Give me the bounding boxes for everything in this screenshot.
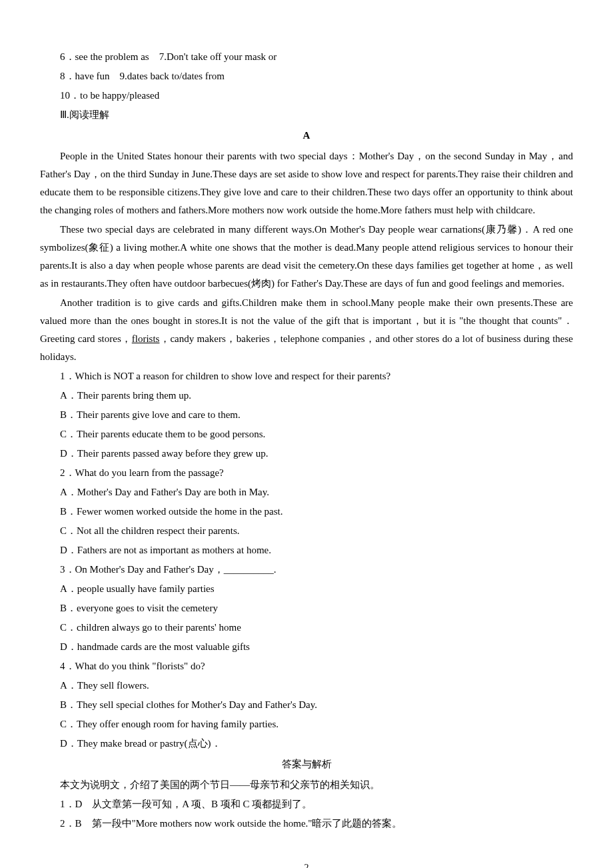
q4-option-c: C．They offer enough room for having fami… bbox=[40, 715, 573, 733]
answers-intro: 本文为说明文，介绍了美国的两个节日——母亲节和父亲节的相关知识。 bbox=[40, 776, 573, 794]
q1-option-c: C．Their parents educate them to be good … bbox=[40, 425, 573, 443]
q4-option-a: A．They sell flowers. bbox=[40, 677, 573, 695]
q2-option-d: D．Fathers are not as important as mother… bbox=[40, 541, 573, 559]
underlined-word-florists: florists bbox=[132, 333, 160, 344]
answer-explanation-2: 2．B 第一段中"More mothers now work outside t… bbox=[40, 815, 573, 833]
answer-key-line-10: 10．to be happy/pleased bbox=[40, 87, 573, 105]
q2-option-c: C．Not all the children respect their par… bbox=[40, 522, 573, 540]
passage-paragraph-1: People in the United States honour their… bbox=[40, 147, 573, 219]
q1-option-a: A．Their parents bring them up. bbox=[40, 387, 573, 405]
answer-key-line-8-9: 8．have fun 9.dates back to/dates from bbox=[40, 67, 573, 85]
question-3: 3．On Mother's Day and Father's Day，_____… bbox=[40, 561, 573, 579]
answers-title: 答案与解析 bbox=[40, 755, 573, 773]
question-4: 4．What do you think "florists" do? bbox=[40, 657, 573, 675]
q3-option-d: D．hand­made cards are the most valuable … bbox=[40, 638, 573, 656]
question-2: 2．What do you learn from the passage? bbox=[40, 464, 573, 482]
q3-option-b: B．everyone goes to visit the cemetery bbox=[40, 599, 573, 617]
passage-label: A bbox=[40, 127, 573, 145]
answer-explanation-1: 1．D 从文章第一段可知，A 项、B 项和 C 项都提到了。 bbox=[40, 795, 573, 813]
q4-option-d: D．They make bread or pastry(点心)． bbox=[40, 735, 573, 753]
q1-option-d: D．Their parents passed away before they … bbox=[40, 445, 573, 463]
passage-paragraph-3: Another tradition is to give cards and g… bbox=[40, 294, 573, 366]
section-3-heading: Ⅲ.阅读理解 bbox=[40, 106, 573, 124]
q3-option-a: A．people usually have family parties bbox=[40, 580, 573, 598]
page-number: 2 bbox=[40, 859, 573, 868]
q2-option-a: A．Mother's Day and Father's Day are both… bbox=[40, 483, 573, 501]
question-1: 1．Which is NOT a reason for children to … bbox=[40, 367, 573, 385]
q1-option-b: B．Their parents give love and care to th… bbox=[40, 406, 573, 424]
q2-option-b: B．Fewer women worked outside the home in… bbox=[40, 503, 573, 521]
q3-option-c: C．children always go to their parents' h… bbox=[40, 619, 573, 637]
passage-paragraph-2: These two special days are celebrated in… bbox=[40, 221, 573, 293]
q4-option-b: B．They sell special clothes for Mother's… bbox=[40, 696, 573, 714]
answer-key-line-6-7: 6．see the problem as 7.Don't take off yo… bbox=[40, 48, 573, 66]
